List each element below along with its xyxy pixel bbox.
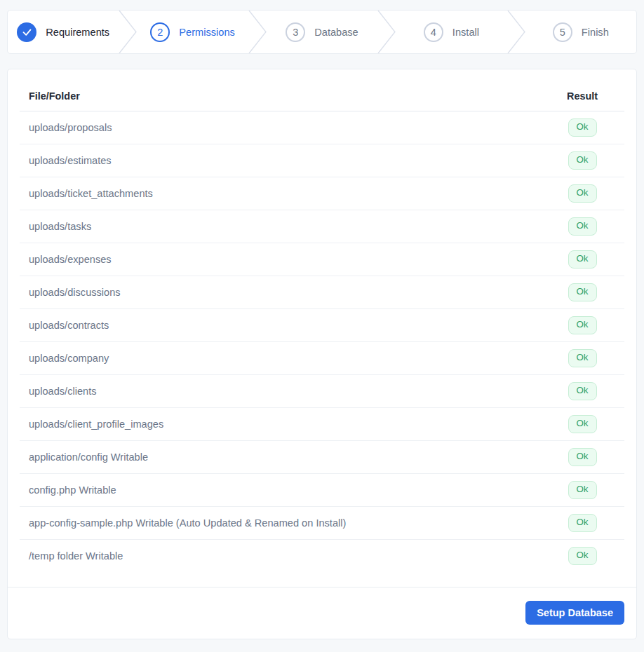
result-cell: Ok bbox=[540, 408, 624, 441]
status-badge: Ok bbox=[568, 415, 597, 433]
table-row: uploads/proposals Ok bbox=[20, 111, 624, 144]
step-finish: 5 Finish bbox=[525, 11, 636, 53]
status-badge: Ok bbox=[568, 118, 597, 137]
step-label-install: Install bbox=[452, 27, 479, 38]
table-row: uploads/clients Ok bbox=[20, 375, 624, 408]
result-cell: Ok bbox=[540, 342, 624, 375]
status-badge: Ok bbox=[568, 514, 597, 532]
table-row: application/config Writable Ok bbox=[20, 441, 624, 474]
step-label-database: Database bbox=[314, 27, 358, 38]
step-permissions: 2 Permissions bbox=[137, 11, 248, 53]
column-header-result: Result bbox=[540, 83, 624, 111]
file-folder-cell: uploads/proposals bbox=[20, 111, 540, 144]
file-folder-cell: uploads/estimates bbox=[20, 144, 540, 177]
result-cell: Ok bbox=[540, 177, 624, 210]
table-row: uploads/client_profile_images Ok bbox=[20, 408, 624, 441]
status-badge: Ok bbox=[568, 217, 597, 236]
file-folder-cell: uploads/tasks bbox=[20, 210, 540, 243]
step-label-requirements: Requirements bbox=[46, 27, 109, 38]
result-cell: Ok bbox=[540, 474, 624, 507]
check-icon bbox=[22, 27, 32, 37]
result-cell: Ok bbox=[540, 144, 624, 177]
status-badge: Ok bbox=[568, 283, 597, 301]
status-badge: Ok bbox=[568, 481, 597, 499]
file-folder-cell: /temp folder Writable bbox=[20, 540, 540, 573]
result-cell: Ok bbox=[540, 507, 624, 540]
step-number-circle: 2 bbox=[150, 22, 170, 42]
table-row: app-config-sample.php Writable (Auto Upd… bbox=[20, 507, 624, 540]
permissions-table-body: uploads/proposals Ok uploads/estimates O… bbox=[20, 111, 624, 573]
table-row: uploads/company Ok bbox=[20, 342, 624, 375]
file-folder-cell: uploads/company bbox=[20, 342, 540, 375]
step-label-permissions: Permissions bbox=[179, 27, 234, 38]
result-cell: Ok bbox=[540, 276, 624, 309]
step-requirements: Requirements bbox=[8, 11, 119, 53]
step-database: 3 Database bbox=[267, 11, 377, 53]
table-row: uploads/contracts Ok bbox=[20, 309, 624, 342]
file-folder-cell: uploads/clients bbox=[20, 375, 540, 408]
chevron-separator-icon bbox=[119, 11, 137, 53]
status-badge: Ok bbox=[568, 184, 597, 203]
table-row: /temp folder Writable Ok bbox=[20, 540, 624, 573]
step-completed-circle bbox=[17, 22, 36, 42]
permissions-card: File/Folder Result uploads/proposals Ok … bbox=[7, 69, 637, 639]
file-folder-cell: config.php Writable bbox=[20, 474, 540, 507]
file-folder-cell: uploads/discussions bbox=[20, 276, 540, 309]
setup-database-button[interactable]: Setup Database bbox=[525, 601, 624, 625]
step-label-finish: Finish bbox=[582, 27, 609, 38]
file-folder-cell: app-config-sample.php Writable (Auto Upd… bbox=[20, 507, 540, 540]
status-badge: Ok bbox=[568, 448, 597, 466]
card-footer: Setup Database bbox=[8, 587, 636, 639]
table-row: uploads/ticket_attachments Ok bbox=[20, 177, 624, 210]
column-header-file-folder: File/Folder bbox=[20, 83, 540, 111]
table-row: config.php Writable Ok bbox=[20, 474, 624, 507]
install-wizard-page: Requirements 2 Permissions 3 Database bbox=[0, 0, 644, 651]
table-header-row: File/Folder Result bbox=[20, 83, 624, 111]
permissions-table-wrap: File/Folder Result uploads/proposals Ok … bbox=[8, 69, 636, 587]
result-cell: Ok bbox=[540, 111, 624, 144]
table-row: uploads/estimates Ok bbox=[20, 144, 624, 177]
status-badge: Ok bbox=[568, 316, 597, 334]
table-row: uploads/expenses Ok bbox=[20, 243, 624, 276]
table-row: uploads/discussions Ok bbox=[20, 276, 624, 309]
table-row: uploads/tasks Ok bbox=[20, 210, 624, 243]
result-cell: Ok bbox=[540, 243, 624, 276]
status-badge: Ok bbox=[568, 151, 597, 170]
result-cell: Ok bbox=[540, 540, 624, 573]
result-cell: Ok bbox=[540, 441, 624, 474]
chevron-separator-icon bbox=[377, 11, 396, 53]
status-badge: Ok bbox=[568, 250, 597, 269]
file-folder-cell: uploads/client_profile_images bbox=[20, 408, 540, 441]
status-badge: Ok bbox=[568, 349, 597, 367]
file-folder-cell: uploads/expenses bbox=[20, 243, 540, 276]
result-cell: Ok bbox=[540, 309, 624, 342]
status-badge: Ok bbox=[568, 547, 597, 565]
step-install: 4 Install bbox=[396, 11, 507, 53]
file-folder-cell: uploads/ticket_attachments bbox=[20, 177, 540, 210]
wizard-stepper: Requirements 2 Permissions 3 Database bbox=[7, 10, 637, 54]
result-cell: Ok bbox=[540, 210, 624, 243]
file-folder-cell: application/config Writable bbox=[20, 441, 540, 474]
file-folder-cell: uploads/contracts bbox=[20, 309, 540, 342]
chevron-separator-icon bbox=[507, 11, 525, 53]
status-badge: Ok bbox=[568, 382, 597, 400]
permissions-table: File/Folder Result uploads/proposals Ok … bbox=[20, 83, 624, 572]
result-cell: Ok bbox=[540, 375, 624, 408]
step-number-circle: 4 bbox=[424, 22, 443, 42]
step-number-circle: 5 bbox=[553, 22, 572, 42]
step-number-circle: 3 bbox=[286, 22, 305, 42]
chevron-separator-icon bbox=[248, 11, 267, 53]
